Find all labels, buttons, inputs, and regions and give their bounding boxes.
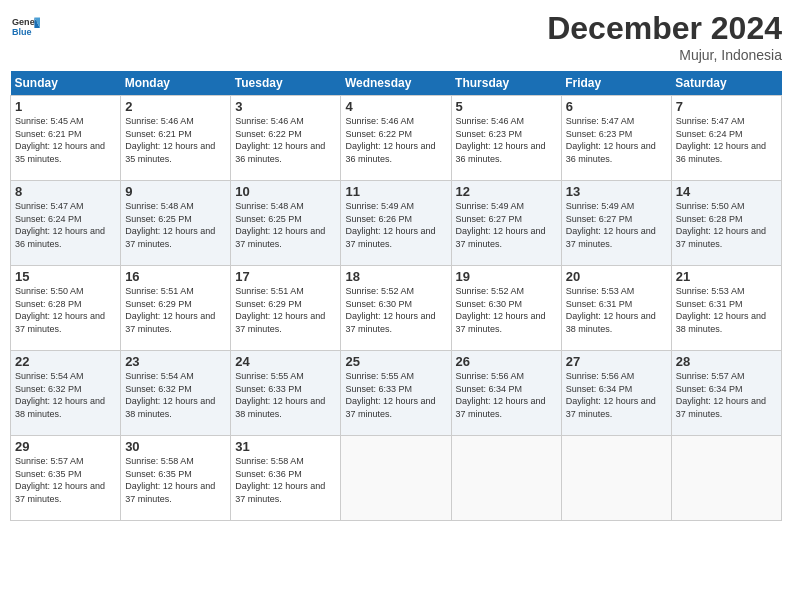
day-number: 12 xyxy=(456,184,557,199)
calendar-cell: 23 Sunrise: 5:54 AM Sunset: 6:32 PM Dayl… xyxy=(121,351,231,436)
day-number: 16 xyxy=(125,269,226,284)
calendar-cell: 26 Sunrise: 5:56 AM Sunset: 6:34 PM Dayl… xyxy=(451,351,561,436)
calendar-cell: 6 Sunrise: 5:47 AM Sunset: 6:23 PM Dayli… xyxy=(561,96,671,181)
day-info: Sunrise: 5:54 AM Sunset: 6:32 PM Dayligh… xyxy=(15,370,116,420)
calendar-cell: 18 Sunrise: 5:52 AM Sunset: 6:30 PM Dayl… xyxy=(341,266,451,351)
calendar-cell: 22 Sunrise: 5:54 AM Sunset: 6:32 PM Dayl… xyxy=(11,351,121,436)
calendar-cell: 16 Sunrise: 5:51 AM Sunset: 6:29 PM Dayl… xyxy=(121,266,231,351)
day-number: 21 xyxy=(676,269,777,284)
calendar-cell: 27 Sunrise: 5:56 AM Sunset: 6:34 PM Dayl… xyxy=(561,351,671,436)
day-info: Sunrise: 5:50 AM Sunset: 6:28 PM Dayligh… xyxy=(15,285,116,335)
day-number: 7 xyxy=(676,99,777,114)
col-wednesday: Wednesday xyxy=(341,71,451,96)
day-info: Sunrise: 5:58 AM Sunset: 6:35 PM Dayligh… xyxy=(125,455,226,505)
day-info: Sunrise: 5:53 AM Sunset: 6:31 PM Dayligh… xyxy=(676,285,777,335)
day-info: Sunrise: 5:46 AM Sunset: 6:23 PM Dayligh… xyxy=(456,115,557,165)
day-info: Sunrise: 5:55 AM Sunset: 6:33 PM Dayligh… xyxy=(235,370,336,420)
calendar-table: Sunday Monday Tuesday Wednesday Thursday… xyxy=(10,71,782,521)
day-number: 10 xyxy=(235,184,336,199)
day-number: 15 xyxy=(15,269,116,284)
day-info: Sunrise: 5:57 AM Sunset: 6:35 PM Dayligh… xyxy=(15,455,116,505)
day-info: Sunrise: 5:49 AM Sunset: 6:27 PM Dayligh… xyxy=(456,200,557,250)
calendar-cell: 1 Sunrise: 5:45 AM Sunset: 6:21 PM Dayli… xyxy=(11,96,121,181)
calendar-cell xyxy=(671,436,781,521)
day-info: Sunrise: 5:45 AM Sunset: 6:21 PM Dayligh… xyxy=(15,115,116,165)
logo: General Blue xyxy=(10,14,40,46)
day-number: 3 xyxy=(235,99,336,114)
calendar-cell: 14 Sunrise: 5:50 AM Sunset: 6:28 PM Dayl… xyxy=(671,181,781,266)
day-number: 8 xyxy=(15,184,116,199)
calendar-cell: 31 Sunrise: 5:58 AM Sunset: 6:36 PM Dayl… xyxy=(231,436,341,521)
day-info: Sunrise: 5:52 AM Sunset: 6:30 PM Dayligh… xyxy=(345,285,446,335)
calendar-cell: 19 Sunrise: 5:52 AM Sunset: 6:30 PM Dayl… xyxy=(451,266,561,351)
calendar-cell: 9 Sunrise: 5:48 AM Sunset: 6:25 PM Dayli… xyxy=(121,181,231,266)
calendar-cell: 2 Sunrise: 5:46 AM Sunset: 6:21 PM Dayli… xyxy=(121,96,231,181)
calendar-cell: 17 Sunrise: 5:51 AM Sunset: 6:29 PM Dayl… xyxy=(231,266,341,351)
day-number: 18 xyxy=(345,269,446,284)
day-number: 23 xyxy=(125,354,226,369)
day-number: 22 xyxy=(15,354,116,369)
day-number: 19 xyxy=(456,269,557,284)
day-number: 26 xyxy=(456,354,557,369)
day-info: Sunrise: 5:52 AM Sunset: 6:30 PM Dayligh… xyxy=(456,285,557,335)
day-info: Sunrise: 5:46 AM Sunset: 6:22 PM Dayligh… xyxy=(345,115,446,165)
calendar-cell xyxy=(561,436,671,521)
calendar-cell: 20 Sunrise: 5:53 AM Sunset: 6:31 PM Dayl… xyxy=(561,266,671,351)
day-info: Sunrise: 5:55 AM Sunset: 6:33 PM Dayligh… xyxy=(345,370,446,420)
day-number: 29 xyxy=(15,439,116,454)
calendar-cell: 4 Sunrise: 5:46 AM Sunset: 6:22 PM Dayli… xyxy=(341,96,451,181)
day-info: Sunrise: 5:49 AM Sunset: 6:27 PM Dayligh… xyxy=(566,200,667,250)
day-number: 4 xyxy=(345,99,446,114)
day-info: Sunrise: 5:53 AM Sunset: 6:31 PM Dayligh… xyxy=(566,285,667,335)
calendar-row: 22 Sunrise: 5:54 AM Sunset: 6:32 PM Dayl… xyxy=(11,351,782,436)
day-info: Sunrise: 5:48 AM Sunset: 6:25 PM Dayligh… xyxy=(125,200,226,250)
day-info: Sunrise: 5:51 AM Sunset: 6:29 PM Dayligh… xyxy=(125,285,226,335)
day-number: 17 xyxy=(235,269,336,284)
day-info: Sunrise: 5:51 AM Sunset: 6:29 PM Dayligh… xyxy=(235,285,336,335)
calendar-cell: 8 Sunrise: 5:47 AM Sunset: 6:24 PM Dayli… xyxy=(11,181,121,266)
day-info: Sunrise: 5:47 AM Sunset: 6:24 PM Dayligh… xyxy=(15,200,116,250)
page-header: General Blue December 2024 Mujur, Indone… xyxy=(10,10,782,63)
day-info: Sunrise: 5:49 AM Sunset: 6:26 PM Dayligh… xyxy=(345,200,446,250)
calendar-cell: 11 Sunrise: 5:49 AM Sunset: 6:26 PM Dayl… xyxy=(341,181,451,266)
calendar-cell: 7 Sunrise: 5:47 AM Sunset: 6:24 PM Dayli… xyxy=(671,96,781,181)
day-info: Sunrise: 5:56 AM Sunset: 6:34 PM Dayligh… xyxy=(456,370,557,420)
col-thursday: Thursday xyxy=(451,71,561,96)
day-number: 9 xyxy=(125,184,226,199)
col-saturday: Saturday xyxy=(671,71,781,96)
calendar-cell: 3 Sunrise: 5:46 AM Sunset: 6:22 PM Dayli… xyxy=(231,96,341,181)
calendar-cell: 21 Sunrise: 5:53 AM Sunset: 6:31 PM Dayl… xyxy=(671,266,781,351)
month-title: December 2024 xyxy=(547,10,782,47)
day-number: 2 xyxy=(125,99,226,114)
day-info: Sunrise: 5:47 AM Sunset: 6:24 PM Dayligh… xyxy=(676,115,777,165)
day-info: Sunrise: 5:56 AM Sunset: 6:34 PM Dayligh… xyxy=(566,370,667,420)
calendar-row: 1 Sunrise: 5:45 AM Sunset: 6:21 PM Dayli… xyxy=(11,96,782,181)
day-info: Sunrise: 5:46 AM Sunset: 6:21 PM Dayligh… xyxy=(125,115,226,165)
col-monday: Monday xyxy=(121,71,231,96)
day-info: Sunrise: 5:48 AM Sunset: 6:25 PM Dayligh… xyxy=(235,200,336,250)
calendar-cell: 13 Sunrise: 5:49 AM Sunset: 6:27 PM Dayl… xyxy=(561,181,671,266)
logo-icon: General Blue xyxy=(12,14,40,42)
calendar-cell xyxy=(451,436,561,521)
calendar-cell: 30 Sunrise: 5:58 AM Sunset: 6:35 PM Dayl… xyxy=(121,436,231,521)
calendar-cell xyxy=(341,436,451,521)
col-friday: Friday xyxy=(561,71,671,96)
calendar-row: 8 Sunrise: 5:47 AM Sunset: 6:24 PM Dayli… xyxy=(11,181,782,266)
calendar-cell: 10 Sunrise: 5:48 AM Sunset: 6:25 PM Dayl… xyxy=(231,181,341,266)
calendar-cell: 12 Sunrise: 5:49 AM Sunset: 6:27 PM Dayl… xyxy=(451,181,561,266)
calendar-cell: 5 Sunrise: 5:46 AM Sunset: 6:23 PM Dayli… xyxy=(451,96,561,181)
day-number: 14 xyxy=(676,184,777,199)
day-number: 27 xyxy=(566,354,667,369)
day-number: 25 xyxy=(345,354,446,369)
calendar-cell: 28 Sunrise: 5:57 AM Sunset: 6:34 PM Dayl… xyxy=(671,351,781,436)
day-info: Sunrise: 5:58 AM Sunset: 6:36 PM Dayligh… xyxy=(235,455,336,505)
day-info: Sunrise: 5:50 AM Sunset: 6:28 PM Dayligh… xyxy=(676,200,777,250)
svg-text:Blue: Blue xyxy=(12,27,32,37)
day-number: 20 xyxy=(566,269,667,284)
calendar-row: 29 Sunrise: 5:57 AM Sunset: 6:35 PM Dayl… xyxy=(11,436,782,521)
day-info: Sunrise: 5:47 AM Sunset: 6:23 PM Dayligh… xyxy=(566,115,667,165)
col-sunday: Sunday xyxy=(11,71,121,96)
location: Mujur, Indonesia xyxy=(547,47,782,63)
calendar-body: 1 Sunrise: 5:45 AM Sunset: 6:21 PM Dayli… xyxy=(11,96,782,521)
col-tuesday: Tuesday xyxy=(231,71,341,96)
